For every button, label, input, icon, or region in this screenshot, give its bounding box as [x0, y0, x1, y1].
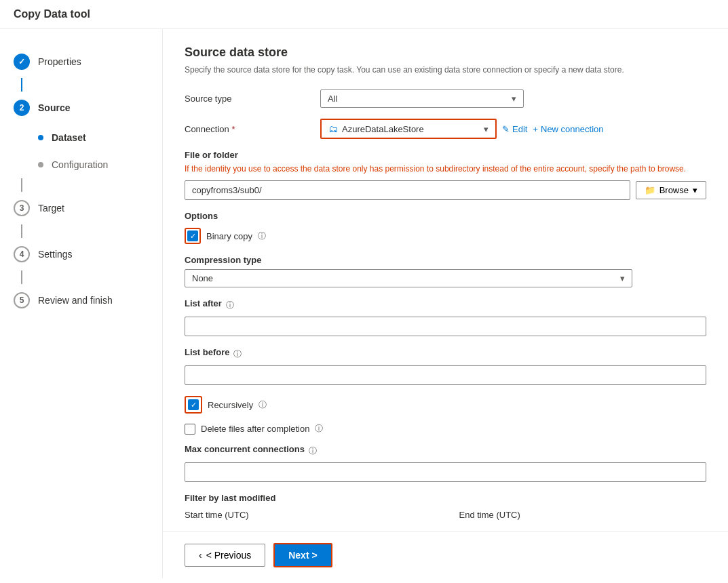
folder-icon: 📁 [645, 185, 655, 195]
sidebar-label-source: Source [38, 102, 70, 113]
source-type-label: Source type [185, 94, 320, 104]
connection-value: AzureDataLakeStore [342, 124, 424, 134]
start-time-col: Start time (UTC) [185, 510, 432, 524]
connection-store-icon: 🗂 [328, 123, 338, 134]
options-label: Options [185, 211, 706, 221]
binary-copy-row: ✓ Binary copy ⓘ [185, 228, 706, 244]
binary-copy-checkbox-container: ✓ [185, 228, 201, 244]
step-circle-review: 5 [14, 292, 30, 308]
file-folder-desc: If the identity you use to access the da… [185, 163, 706, 175]
recursively-info-icon[interactable]: ⓘ [258, 399, 267, 411]
compression-type-dropdown[interactable]: None ▾ [185, 269, 632, 287]
sidebar-label-settings: Settings [38, 249, 73, 260]
dot-configuration [38, 162, 43, 167]
sidebar: ✓ Properties 2 Source Dataset Configurat… [0, 29, 163, 578]
delete-files-label: Delete files after completion [201, 424, 309, 434]
source-type-value: All [328, 94, 337, 104]
compression-type-label: Compression type [185, 255, 706, 265]
max-connections-input[interactable] [185, 462, 706, 482]
recursively-row: ✓ Recursively ⓘ [185, 396, 706, 414]
max-connections-label: Max concurrent connections [185, 444, 305, 454]
file-folder-input[interactable] [185, 180, 630, 200]
browse-chevron-icon: ▾ [693, 185, 697, 195]
list-before-label: List before [185, 347, 229, 357]
step-circle-source: 2 [14, 100, 30, 116]
options-section: Options ✓ Binary copy ⓘ [185, 211, 706, 244]
file-folder-input-row: 📁 Browse ▾ [185, 180, 706, 200]
compression-type-arrow: ▾ [620, 273, 625, 283]
source-type-dropdown[interactable]: All ▾ [320, 89, 524, 108]
new-connection-link[interactable]: + New connection [533, 124, 603, 134]
compression-type-section: Compression type None ▾ [185, 255, 706, 287]
recursively-checkbox-container: ✓ [185, 396, 202, 414]
list-before-input[interactable] [185, 365, 706, 385]
sidebar-label-configuration: Configuration [52, 159, 108, 170]
binary-copy-checkbox[interactable]: ✓ [187, 230, 198, 241]
connection-required: * [231, 124, 235, 134]
list-after-label-row: List after ⓘ [185, 298, 706, 313]
content-area: Source data store Specify the source dat… [163, 29, 728, 531]
sidebar-item-properties[interactable]: ✓ Properties [0, 45, 162, 78]
browse-button[interactable]: 📁 Browse ▾ [636, 181, 706, 199]
binary-copy-info-icon[interactable]: ⓘ [258, 230, 266, 242]
file-folder-label: File or folder [185, 150, 706, 160]
list-before-section: List before ⓘ [185, 347, 706, 385]
sidebar-item-settings[interactable]: 4 Settings [0, 238, 162, 270]
max-connections-section: Max concurrent connections ⓘ [185, 444, 706, 482]
sidebar-label-dataset: Dataset [52, 132, 86, 143]
delete-files-info-icon[interactable]: ⓘ [315, 423, 323, 435]
end-time-col: End time (UTC) [459, 510, 707, 524]
sidebar-item-configuration[interactable]: Configuration [0, 151, 162, 178]
sidebar-item-review[interactable]: 5 Review and finish [0, 284, 162, 317]
sidebar-item-target[interactable]: 3 Target [0, 192, 162, 224]
list-after-label: List after [185, 298, 222, 308]
header: Copy Data tool [0, 0, 728, 29]
connector-2 [21, 178, 22, 192]
filter-row: Start time (UTC) End time (UTC) [185, 510, 706, 524]
step-circle-target: 3 [14, 200, 30, 216]
connector-3 [21, 224, 22, 238]
compression-type-value: None [192, 273, 213, 283]
sidebar-label-properties: Properties [38, 56, 81, 67]
sidebar-item-dataset[interactable]: Dataset [0, 124, 162, 151]
max-connections-label-row: Max concurrent connections ⓘ [185, 444, 706, 458]
connection-dropdown[interactable]: 🗂 AzureDataLakeStore ▾ [320, 119, 497, 139]
page-title: Copy Data tool [14, 8, 90, 20]
main-layout: ✓ Properties 2 Source Dataset Configurat… [0, 29, 728, 578]
filter-section: Filter by last modified Start time (UTC)… [185, 493, 706, 524]
list-after-input[interactable] [185, 317, 706, 336]
source-type-arrow: ▾ [512, 94, 516, 104]
previous-button[interactable]: ‹ < Previous [185, 544, 265, 567]
connection-label: Connection * [185, 124, 320, 134]
recursively-checkbox[interactable]: ✓ [188, 399, 199, 410]
sidebar-label-review: Review and finish [38, 295, 113, 306]
max-connections-info-icon[interactable]: ⓘ [309, 445, 317, 457]
list-before-info-icon[interactable]: ⓘ [233, 348, 242, 360]
list-after-info-icon[interactable]: ⓘ [226, 300, 234, 311]
step-circle-properties: ✓ [14, 54, 30, 70]
connection-value-area: 🗂 AzureDataLakeStore [328, 123, 424, 134]
sidebar-item-source[interactable]: 2 Source [0, 92, 162, 124]
connection-row: Connection * 🗂 AzureDataLakeStore ▾ ✎ Ed… [185, 119, 706, 139]
end-time-label: End time (UTC) [459, 510, 707, 520]
delete-files-row: Delete files after completion ⓘ [185, 423, 706, 435]
edit-link[interactable]: ✎ Edit [502, 124, 527, 134]
connector-4 [21, 270, 22, 284]
list-before-label-row: List before ⓘ [185, 347, 706, 361]
start-time-label: Start time (UTC) [185, 510, 432, 520]
connection-arrow: ▾ [484, 124, 488, 134]
source-type-control: All ▾ [320, 89, 706, 108]
section-title: Source data store [185, 45, 706, 60]
step-circle-settings: 4 [14, 246, 30, 262]
sidebar-label-target: Target [38, 203, 64, 214]
delete-files-checkbox[interactable] [185, 424, 195, 435]
recursively-label: Recursively [208, 400, 253, 410]
edit-pencil-icon: ✎ [502, 124, 510, 134]
dot-dataset [38, 135, 43, 140]
list-after-section: List after ⓘ [185, 298, 706, 336]
connector-1 [21, 78, 22, 92]
connection-control: 🗂 AzureDataLakeStore ▾ ✎ Edit + New conn… [320, 119, 706, 139]
footer: ‹ < Previous Next > [163, 531, 728, 578]
section-desc: Specify the source data store for the co… [185, 64, 706, 76]
next-button[interactable]: Next > [273, 543, 332, 567]
